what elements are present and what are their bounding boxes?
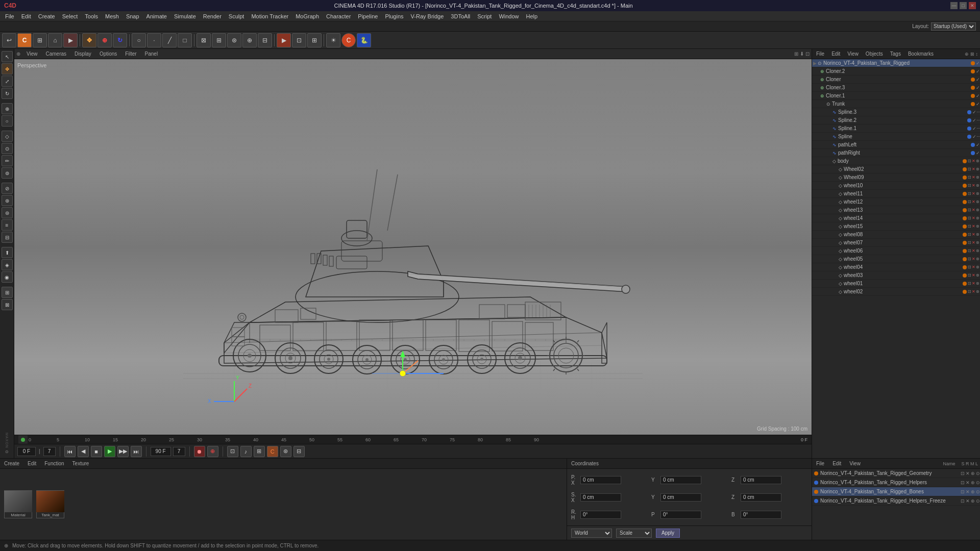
scale-tool-button[interactable]: ⊕ — [97, 33, 112, 47]
menu-create[interactable]: Create — [35, 12, 58, 20]
undo-button[interactable]: ↩ — [2, 33, 16, 47]
viewport-tab-display[interactable]: Display — [72, 50, 93, 58]
sound-button[interactable]: ♪ — [240, 446, 252, 457]
hair-tool-button[interactable]: ⊠ — [2, 299, 13, 310]
obj-row-spline2[interactable]: ∿ Spline.2 ✓ ··· — [812, 116, 980, 124]
object-mode-button[interactable]: ○ — [132, 33, 146, 47]
close-button[interactable]: ✕ — [969, 2, 976, 9]
obj-row-spline1[interactable]: ∿ Spline.1 ✓ ··· — [812, 124, 980, 133]
obj-row-wheel09[interactable]: ◇ Wheel09 ⊡ ✕ ⊛ — [812, 173, 980, 182]
obj-tab-bookmarks[interactable]: Bookmarks — [906, 51, 936, 57]
size-z-input[interactable]: 0 cm — [741, 493, 781, 502]
fm-row-4[interactable]: Norinco_VT-4_Pakistan_Tank_Rigged_Helper… — [812, 496, 980, 506]
obj-tab-tags[interactable]: Tags — [888, 51, 903, 57]
fm-tab-file[interactable]: File — [814, 460, 826, 467]
scale-dropdown[interactable]: Scale — [616, 529, 652, 538]
obj-row-wheel15[interactable]: ◇ wheel15 ⊡ ✕ ⊛ — [812, 222, 980, 231]
loop-cut-button[interactable]: ⊟ — [2, 232, 13, 243]
menu-pipeline[interactable]: Pipeline — [355, 12, 381, 20]
open-button[interactable]: ⊞ — [33, 33, 47, 47]
paint-tool-button[interactable]: ✏ — [2, 155, 13, 166]
play-fast-button[interactable]: ▶▶ — [117, 446, 129, 457]
snap-button[interactable]: ⊠ — [197, 33, 211, 47]
rot-y-input[interactable]: 0° — [660, 511, 701, 519]
minimize-button[interactable]: — — [950, 2, 958, 9]
menu-character[interactable]: Character — [323, 12, 354, 20]
menu-help[interactable]: Help — [523, 12, 541, 20]
obj-tab-file[interactable]: File — [814, 51, 826, 57]
menu-plugins[interactable]: Plugins — [382, 12, 406, 20]
pos-x-input[interactable]: 0 cm — [580, 476, 621, 484]
go-to-end-button[interactable]: ⏭ — [131, 446, 142, 457]
obj-row-cloner3[interactable]: ⊕ Cloner.3 ✓ — [812, 84, 980, 92]
obj-row-wheel10[interactable]: ◇ wheel10 ⊡ ✕ ⊛ — [812, 182, 980, 190]
obj-row-wheel08[interactable]: ◇ wheel08 ⊡ ✕ ⊛ — [812, 231, 980, 239]
knife-tool-button[interactable]: ⊘ — [2, 183, 13, 194]
polygon-tool-button[interactable]: ◇ — [2, 131, 13, 142]
obj-row-wheel14[interactable]: ◇ wheel14 ⊡ ✕ ⊛ — [812, 214, 980, 222]
viewport-tab-options[interactable]: Options — [97, 50, 119, 58]
viewport-tab-panel[interactable]: Panel — [143, 50, 160, 58]
new-button[interactable]: C — [17, 33, 32, 47]
edge-mode-button[interactable]: ╱ — [162, 33, 177, 47]
obj-row-wheel13[interactable]: ◇ wheel13 ⊡ ✕ ⊛ — [812, 206, 980, 214]
layout-select[interactable]: Startup (Used) — [931, 22, 976, 31]
workplane-button[interactable]: ⊟ — [258, 33, 272, 47]
obj-row-wheel12[interactable]: ◇ wheel12 ⊡ ✕ ⊛ — [812, 198, 980, 206]
obj-row-wheel05[interactable]: ◇ wheel05 ⊡ ✕ ⊛ — [812, 255, 980, 263]
play-reverse-button[interactable]: ◀ — [78, 446, 89, 457]
weld-tool-button[interactable]: ⊜ — [2, 207, 13, 218]
obj-row-cloner2[interactable]: ⊕ Cloner.2 ✓ — [812, 67, 980, 76]
menu-vray[interactable]: V-Ray Bridge — [408, 12, 447, 20]
rot-z-input[interactable]: 0° — [741, 511, 781, 519]
obj-row-spline[interactable]: ∿ Spline ✓ ··· — [812, 133, 980, 141]
fm-tab-edit[interactable]: Edit — [830, 460, 843, 467]
coord-button[interactable]: ⊛ — [227, 33, 241, 47]
fm-row-3[interactable]: Norinco_VT-4_Pakistan_Tank_Rigged_Bones … — [812, 487, 980, 496]
mat-item-1[interactable]: Material — [4, 490, 32, 518]
world-dropdown[interactable]: World — [571, 529, 612, 538]
inset-button[interactable]: ◉ — [2, 271, 13, 283]
grid-button[interactable]: ⊞ — [212, 33, 226, 47]
obj-row-wheel07[interactable]: ◇ wheel07 ⊡ ✕ ⊛ — [812, 239, 980, 247]
obj-row-wheel04[interactable]: ◇ wheel04 ⊡ ✕ ⊛ — [812, 263, 980, 271]
obj-row-wheel06[interactable]: ◇ wheel06 ⊡ ✕ ⊛ — [812, 247, 980, 255]
menu-mesh[interactable]: Mesh — [102, 12, 122, 20]
cinema-button[interactable]: C — [341, 33, 356, 47]
menu-render[interactable]: Render — [200, 12, 225, 20]
texture-paint-button[interactable]: ⊞ — [2, 287, 13, 298]
viewport-tab-filter[interactable]: Filter — [123, 50, 138, 58]
current-frame-input[interactable] — [17, 447, 36, 456]
menu-sculpt[interactable]: Sculpt — [226, 12, 248, 20]
scale-tool-left-button[interactable]: ⤢ — [2, 76, 13, 87]
mat-tab-create[interactable]: Create — [2, 460, 21, 467]
poly-mode-button[interactable]: □ — [178, 33, 192, 47]
point-mode-button[interactable]: · — [147, 33, 161, 47]
pos-y-input[interactable]: 0 cm — [660, 476, 701, 484]
obj-row-body[interactable]: ◇ body ⊡ ✕ ⊛ — [812, 157, 980, 165]
fps-display[interactable] — [173, 447, 185, 456]
maximize-button[interactable]: □ — [960, 2, 967, 9]
mat-tab-texture[interactable]: Texture — [70, 460, 91, 467]
render-all-button[interactable]: ⊞ — [307, 33, 322, 47]
scheme-button[interactable]: ⊞ — [254, 446, 265, 457]
obj-row-wheel01[interactable]: ◇ wheel01 ⊡ ✕ ⊛ — [812, 280, 980, 288]
obj-row-wheel02[interactable]: ◇ wheel02 ⊡ ✕ ⊛ — [812, 288, 980, 296]
menu-script[interactable]: Script — [474, 12, 495, 20]
obj-tab-edit[interactable]: Edit — [829, 51, 842, 57]
render-region-button[interactable]: ⊡ — [292, 33, 306, 47]
menu-select[interactable]: Select — [59, 12, 81, 20]
obj-tab-view[interactable]: View — [845, 51, 861, 57]
bridge-tool-button[interactable]: ⊛ — [2, 195, 13, 206]
obj-row-wheel11[interactable]: ◇ wheel11 ⊡ ✕ ⊛ — [812, 190, 980, 198]
stop-button[interactable]: ■ — [91, 446, 102, 457]
play-button[interactable]: ▶ — [104, 446, 115, 457]
mat-tab-edit[interactable]: Edit — [26, 460, 38, 467]
live-select-button[interactable]: ○ — [2, 115, 13, 127]
rotate-tool-button[interactable]: ↻ — [113, 33, 127, 47]
motion-button[interactable]: ⊛ — [280, 446, 291, 457]
obj-row-root[interactable]: ▶ ⊙ Norinco_VT-4_Pakistan_Tank_Rigged ✓ — [812, 59, 980, 67]
go-to-start-button[interactable]: ⏮ — [64, 446, 76, 457]
python-button[interactable]: 🐍 — [357, 33, 371, 47]
menu-3dtoall[interactable]: 3DToAll — [448, 12, 473, 20]
